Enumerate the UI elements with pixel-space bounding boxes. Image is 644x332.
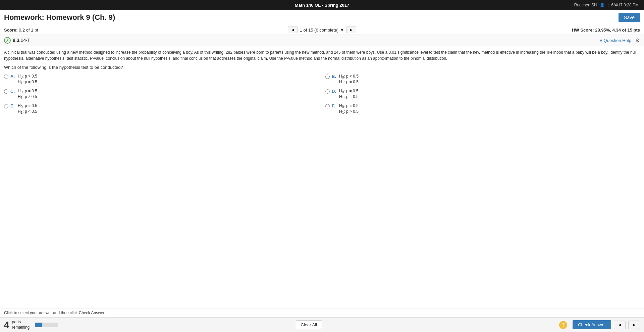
option-group-F: F. H0: p = 0.5 H1: p > 0.5 [325,103,640,115]
option-label-C: C. [10,89,16,94]
option-group-D: D. H0: p ≠ 0.5 H1: p = 0.5 [325,89,640,100]
option-A-h0: H0: p > 0.5 [18,74,37,79]
course-title: Math 146 OL - Spring 2017 [295,3,349,8]
user-name: Ruochen Shi [574,3,597,7]
hypothesis-E: H0: p = 0.5 H1: p < 0.5 [18,103,37,115]
option-group-C: C. H0: p = 0.5 H1: p ≠ 0.5 [4,89,319,100]
radio-D[interactable] [325,89,330,94]
option-row-E: E. H0: p = 0.5 H1: p < 0.5 [4,103,319,115]
option-C-h0: H0: p = 0.5 [18,89,37,94]
score-value: 0.2 of 1 pt [19,28,38,33]
radio-A[interactable] [4,75,8,79]
option-F-h0: H0: p = 0.5 [339,103,359,109]
hypothesis-D: H0: p ≠ 0.5 H1: p = 0.5 [339,89,359,100]
page-header: Homework: Homework 9 (Ch. 9) Save [0,10,644,25]
option-A-h1: H1: p = 0.5 [18,80,37,85]
page-text: 1 of 15 (6 complete) [300,28,339,33]
radio-B[interactable] [325,75,330,79]
option-E-h0: H0: p = 0.5 [18,103,37,109]
main-content: A clinical trial was conducted using a n… [0,46,644,120]
question-help-icon: ≡ [600,38,602,43]
user-icon: 👤 [600,3,605,7]
option-group-B: B. H0: p < 0.5 H1: p = 0.5 [325,74,640,85]
hypothesis-C: H0: p = 0.5 H1: p ≠ 0.5 [18,89,37,100]
option-D-h1: H1: p = 0.5 [339,94,359,100]
option-group-E: E. H0: p = 0.5 H1: p < 0.5 [4,103,319,115]
score-label: Score: [4,28,17,33]
save-button[interactable]: Save [619,13,640,22]
question-id-section: ✗ 8.3.14-T [4,37,30,44]
option-label-F: F. [332,103,337,108]
score-section: Score: 0.2 of 1 pt [4,28,288,33]
option-E-h1: H1: p < 0.5 [18,109,37,114]
option-F-h1: H1: p > 0.5 [339,109,359,114]
question-help-section: ≡ Question Help ⚙ [600,37,640,44]
option-row-A: A. H0: p > 0.5 H1: p = 0.5 [4,74,319,85]
separator: | [607,3,608,7]
question-header: ✗ 8.3.14-T ≡ Question Help ⚙ [0,35,644,46]
question-help-link[interactable]: ≡ Question Help [600,38,631,43]
next-question-button[interactable]: ► [346,27,356,33]
date-time: 6/4/17 3:28 PM [611,3,639,7]
question-prompt: Which of the following is the hypothesis… [4,65,640,70]
question-status-icon: ✗ [4,37,11,44]
user-info: Ruochen Shi 👤 | 6/4/17 3:28 PM [574,3,639,7]
hw-score: HW Score: 28.95%, 4.34 of 15 pts [356,28,640,33]
option-D-h0: H0: p ≠ 0.5 [339,89,359,94]
option-row-D: D. H0: p ≠ 0.5 H1: p = 0.5 [325,89,640,100]
question-id: 8.3.14-T [13,38,30,43]
dropdown-icon[interactable]: ▼ [340,28,344,33]
option-B-h0: H0: p < 0.5 [339,74,359,79]
hw-score-value: HW Score: 28.95%, 4.34 of 15 pts [572,28,640,33]
option-label-B: B. [332,74,337,79]
page-info: 1 of 15 (6 complete) ▼ [300,28,344,33]
option-group-A: A. H0: p > 0.5 H1: p = 0.5 [4,74,319,85]
score-row: Score: 0.2 of 1 pt ◄ 1 of 15 (6 complete… [0,25,644,35]
radio-E[interactable] [4,104,8,108]
option-label-A: A. [10,74,16,79]
settings-icon[interactable]: ⚙ [635,37,640,44]
hypothesis-B: H0: p < 0.5 H1: p = 0.5 [339,74,359,85]
option-label-D: D. [332,89,337,94]
radio-C[interactable] [4,89,8,94]
option-row-C: C. H0: p = 0.5 H1: p ≠ 0.5 [4,89,319,100]
option-row-B: B. H0: p < 0.5 H1: p = 0.5 [325,74,640,85]
page-title: Homework: Homework 9 (Ch. 9) [4,13,115,22]
hypothesis-F: H0: p = 0.5 H1: p > 0.5 [339,103,359,115]
hypothesis-A: H0: p > 0.5 H1: p = 0.5 [18,74,37,85]
top-bar: Math 146 OL - Spring 2017 Ruochen Shi 👤 … [0,0,644,10]
nav-center: ◄ 1 of 15 (6 complete) ▼ ► [288,27,356,33]
prev-question-button[interactable]: ◄ [288,27,298,33]
question-text: A clinical trial was conducted using a n… [4,49,640,61]
option-row-F: F. H0: p = 0.5 H1: p > 0.5 [325,103,640,115]
question-help-label: Question Help [604,38,631,43]
option-C-h1: H1: p ≠ 0.5 [18,94,37,100]
options-grid: A. H0: p > 0.5 H1: p = 0.5 B. H0: p < 0.… [4,74,640,116]
radio-F[interactable] [325,104,330,108]
option-label-E: E. [10,103,16,108]
option-B-h1: H1: p = 0.5 [339,80,359,85]
